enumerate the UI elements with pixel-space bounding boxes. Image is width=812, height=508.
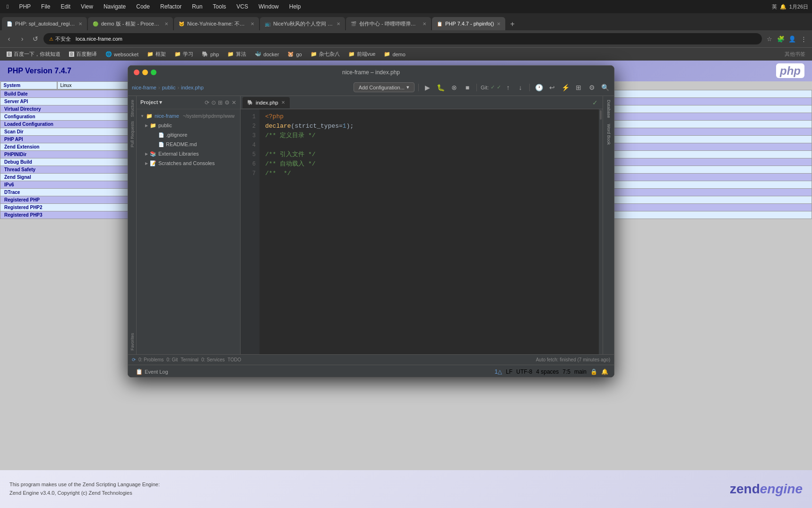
structure-tab[interactable]: Structure: [130, 98, 135, 119]
expand-icon[interactable]: ⊞: [218, 99, 223, 106]
problems-indicator[interactable]: 0: Problems: [138, 357, 164, 362]
bookmark-1[interactable]: 🅱 百度翻译: [65, 50, 101, 59]
bookmark-6[interactable]: 📁 算法: [224, 50, 250, 59]
git-pull-icon[interactable]: ↓: [515, 82, 526, 93]
tab-close-4[interactable]: ✕: [337, 21, 340, 26]
bookmark-0[interactable]: 🅱 百度一下，你就知道: [3, 50, 64, 59]
sync-icon[interactable]: ⟳: [205, 99, 209, 106]
browser-tab-6[interactable]: 📋 PHP 7.4.7 - phpinfo() ✕: [432, 17, 505, 30]
bookmark-9[interactable]: 📁 杂七杂八: [307, 50, 344, 59]
undo-button[interactable]: ↩: [547, 82, 557, 93]
new-tab-button[interactable]: +: [506, 18, 518, 30]
tree-item-public[interactable]: ▶ 📁 public: [137, 121, 240, 130]
bookmark-4[interactable]: 📁 学习: [171, 50, 197, 59]
git-indicator[interactable]: 0: Git: [166, 357, 178, 362]
notifications-icon[interactable]: 🔔: [601, 368, 608, 375]
refresh-button[interactable]: ↺: [30, 35, 41, 43]
more-bookmarks[interactable]: 其他书签: [785, 51, 809, 58]
close-button[interactable]: [134, 70, 139, 75]
profile-icon[interactable]: 👤: [787, 35, 797, 43]
php-app-menu[interactable]: PHP: [16, 0, 34, 13]
branch-indicator[interactable]: main: [574, 368, 587, 375]
code-menu[interactable]: Code: [133, 0, 153, 13]
browser-tab-3[interactable]: 🐱 Nice-Yu/nice-frame: 不可在生/... ✕: [174, 17, 259, 30]
run-menu[interactable]: Run: [189, 0, 205, 13]
breadcrumb-folder[interactable]: public: [162, 85, 176, 90]
git-push-icon[interactable]: ↑: [503, 82, 513, 93]
bookmark-3[interactable]: 📁 框架: [143, 50, 170, 59]
services-indicator[interactable]: 0: Services: [201, 357, 225, 362]
layout-button[interactable]: ⊞: [573, 82, 584, 93]
event-log-tab[interactable]: 📋 Event Log: [132, 368, 172, 376]
favorites-tab[interactable]: Favorites: [130, 331, 135, 352]
tab-close-1[interactable]: ✕: [78, 21, 82, 26]
editor-tab-close[interactable]: ✕: [281, 100, 285, 105]
terminal-indicator[interactable]: Terminal: [181, 357, 199, 362]
tab-close-3[interactable]: ✕: [251, 21, 254, 26]
browser-tab-2[interactable]: 🟢 demo 版 - 框架 - ProcessOn ✕: [88, 17, 173, 30]
settings-button[interactable]: ⚙: [587, 82, 597, 93]
statusbar-right: Auto fetch: finished (7 minutes ago): [536, 357, 610, 362]
bookmark-icon[interactable]: ☆: [765, 35, 774, 43]
refactor-menu[interactable]: Refactor: [157, 0, 184, 13]
vcs-menu[interactable]: VCS: [233, 0, 251, 13]
bookmark-2[interactable]: 🌐 websocket: [102, 50, 142, 58]
minimize-button[interactable]: [142, 70, 148, 75]
code-content[interactable]: <?php declare(strict_types=1); /** 定义目录 …: [259, 109, 599, 354]
locate-icon[interactable]: ⊙: [211, 99, 216, 106]
window-menu[interactable]: Window: [256, 0, 282, 13]
url-input[interactable]: ⚠ 不安全 loca.nice-frame.com: [43, 33, 762, 44]
run-button[interactable]: ▶: [423, 82, 433, 93]
apple-menu[interactable]: : [4, 0, 11, 13]
editor-tab-index-php[interactable]: 🐘 index.php ✕: [242, 97, 290, 108]
navigate-menu[interactable]: Navigate: [101, 0, 129, 13]
vertical-scrollbar[interactable]: [599, 109, 603, 354]
bookmark-5[interactable]: 🐘 php: [198, 50, 223, 58]
bookmark-8[interactable]: 🐹 go: [284, 50, 305, 58]
word-book-tab[interactable]: Word Book: [605, 122, 612, 147]
help-menu[interactable]: Help: [286, 0, 304, 13]
browser-tab-1[interactable]: 📄 PHP: spl_autoload_register - ... ✕: [2, 17, 87, 30]
back-button[interactable]: ‹: [4, 35, 14, 43]
breadcrumb-file[interactable]: index.php: [181, 85, 204, 90]
tree-item-external-libs[interactable]: ▶ 📚 External Libraries: [137, 149, 240, 158]
browser-tab-5[interactable]: 🎬 创作中心 - 哔哩哔哩弹幕视频... ✕: [346, 17, 431, 30]
tree-item-scratches[interactable]: ▶ 📝 Scratches and Consoles: [137, 158, 240, 168]
bookmark-7[interactable]: 🐳 docker: [251, 50, 283, 58]
scrollbar-thumb[interactable]: [600, 110, 602, 120]
tree-item-gitignore[interactable]: 📄 .gitignore: [137, 130, 240, 140]
bookmark-10[interactable]: 📁 前端vue: [345, 50, 380, 59]
debug-button[interactable]: 🐛: [436, 82, 446, 93]
history-button[interactable]: 🕐: [534, 82, 544, 93]
bookmark-11[interactable]: 📁 demo: [380, 50, 409, 58]
forward-button[interactable]: ›: [17, 35, 27, 43]
zend-footer: This program makes use of the Zend Scrip…: [0, 470, 812, 508]
browser-tab-4[interactable]: 📺 NiceYu秋风的个人空间 - 哔哩... ✕: [260, 17, 345, 30]
breadcrumb-project[interactable]: nice-frame: [132, 85, 156, 90]
tab-close-5[interactable]: ✕: [423, 21, 426, 26]
todo-indicator[interactable]: TODO: [228, 357, 242, 362]
maximize-button[interactable]: [151, 70, 156, 75]
run-coverage-button[interactable]: ⊗: [449, 82, 459, 93]
search-everywhere-button[interactable]: 🔍: [600, 82, 610, 93]
close-sidebar-icon[interactable]: ✕: [232, 99, 236, 106]
options-icon[interactable]: ⚙: [225, 99, 230, 106]
extensions-icon[interactable]: 🧩: [776, 35, 786, 43]
database-tab[interactable]: Database: [605, 98, 612, 120]
tree-item-root[interactable]: ▼ 📁 nice-frame ~/system/phpdnmp/www: [137, 111, 240, 121]
add-configuration-button[interactable]: Add Configuration... ▾: [354, 82, 415, 92]
power-button[interactable]: ⚡: [560, 82, 570, 93]
line-num-6: 6: [241, 159, 256, 169]
tab-close-2[interactable]: ✕: [164, 21, 168, 26]
pull-requests-tab[interactable]: Pull Requests: [130, 119, 135, 149]
stop-button[interactable]: ■: [462, 82, 473, 93]
project-dropdown[interactable]: Project ▾: [140, 99, 162, 105]
tab-close-6[interactable]: ✕: [497, 21, 501, 26]
tools-menu[interactable]: Tools: [210, 0, 229, 13]
tree-item-readme[interactable]: 📄 README.md: [137, 140, 240, 149]
menu-icon[interactable]: ⋮: [799, 35, 808, 43]
file-menu[interactable]: File: [38, 0, 53, 13]
edit-menu[interactable]: Edit: [58, 0, 73, 13]
view-menu[interactable]: View: [78, 0, 96, 13]
bookmark-label-8: go: [296, 52, 302, 57]
